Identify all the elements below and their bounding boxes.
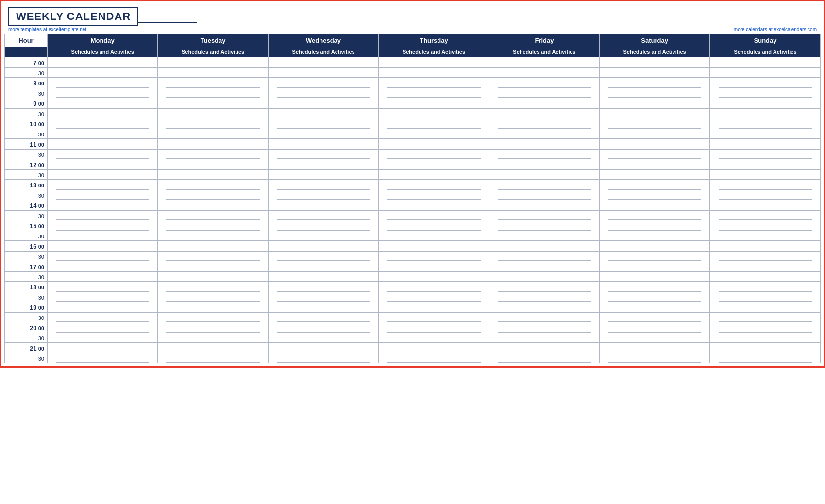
activity-cell-9-00-day-4[interactable] [489,98,599,109]
activity-cell-15-00-day-0[interactable] [48,220,158,231]
activity-cell-8-30-day-6[interactable] [710,88,820,98]
activity-cell-20-30-day-4[interactable] [489,333,599,343]
activity-cell-20-30-day-1[interactable] [158,333,268,343]
activity-cell-14-30-day-6[interactable] [710,211,820,220]
activity-cell-21-30-day-6[interactable] [710,353,820,363]
activity-cell-13-30-day-0[interactable] [48,190,158,200]
activity-cell-7-30-day-4[interactable] [489,68,599,78]
activity-cell-17-00-day-5[interactable] [600,261,710,272]
activity-cell-18-30-day-4[interactable] [489,292,599,302]
activity-cell-18-00-day-6[interactable] [710,282,820,292]
activity-cell-14-30-day-2[interactable] [268,211,378,220]
activity-cell-8-30-day-0[interactable] [48,88,158,98]
activity-cell-18-30-day-2[interactable] [268,292,378,302]
activity-cell-15-30-day-1[interactable] [158,231,268,241]
activity-cell-15-30-day-0[interactable] [48,231,158,241]
activity-cell-16-00-day-4[interactable] [489,241,599,252]
activity-cell-13-30-day-3[interactable] [379,190,489,200]
activity-cell-8-00-day-5[interactable] [600,78,710,88]
activity-cell-13-00-day-5[interactable] [600,180,710,190]
activity-cell-7-30-day-2[interactable] [268,68,378,78]
activity-cell-21-00-day-1[interactable] [158,343,268,353]
activity-cell-10-30-day-3[interactable] [379,129,489,139]
activity-cell-9-30-day-1[interactable] [158,109,268,118]
activity-cell-9-00-day-6[interactable] [710,98,820,109]
activity-cell-19-30-day-5[interactable] [600,313,710,322]
activity-cell-16-00-day-0[interactable] [48,241,158,252]
activity-cell-21-30-day-4[interactable] [489,353,599,363]
activity-cell-17-00-day-4[interactable] [489,261,599,272]
activity-cell-14-30-day-0[interactable] [48,211,158,220]
activity-cell-13-00-day-1[interactable] [158,180,268,190]
activity-cell-10-00-day-6[interactable] [710,118,820,129]
activity-cell-12-30-day-2[interactable] [268,170,378,180]
activity-cell-13-30-day-5[interactable] [600,190,710,200]
activity-cell-8-00-day-6[interactable] [710,78,820,88]
activity-cell-19-30-day-3[interactable] [379,313,489,322]
activity-cell-15-00-day-5[interactable] [600,220,710,231]
activity-cell-17-30-day-5[interactable] [600,272,710,282]
activity-cell-13-00-day-0[interactable] [48,180,158,190]
activity-cell-20-00-day-1[interactable] [158,322,268,333]
activity-cell-21-00-day-3[interactable] [379,343,489,353]
activity-cell-9-30-day-2[interactable] [268,109,378,118]
activity-cell-20-00-day-6[interactable] [710,322,820,333]
activity-cell-18-30-day-5[interactable] [600,292,710,302]
activity-cell-18-00-day-5[interactable] [600,282,710,292]
activity-cell-18-00-day-3[interactable] [379,282,489,292]
activity-cell-9-00-day-2[interactable] [268,98,378,109]
activity-cell-13-00-day-6[interactable] [710,180,820,190]
activity-cell-12-30-day-5[interactable] [600,170,710,180]
activity-cell-14-00-day-1[interactable] [158,200,268,211]
activity-cell-19-00-day-0[interactable] [48,302,158,313]
activity-cell-16-00-day-5[interactable] [600,241,710,252]
calendar-link[interactable]: more calendars at excelcalendars.com [734,27,817,32]
activity-cell-14-00-day-3[interactable] [379,200,489,211]
activity-cell-20-00-day-4[interactable] [489,322,599,333]
activity-cell-21-30-day-1[interactable] [158,353,268,363]
activity-cell-10-00-day-1[interactable] [158,118,268,129]
activity-cell-15-30-day-4[interactable] [489,231,599,241]
activity-cell-20-00-day-5[interactable] [600,322,710,333]
activity-cell-17-30-day-4[interactable] [489,272,599,282]
activity-cell-7-00-day-2[interactable] [268,57,378,68]
activity-cell-12-30-day-0[interactable] [48,170,158,180]
activity-cell-8-00-day-2[interactable] [268,78,378,88]
activity-cell-7-00-day-0[interactable] [48,57,158,68]
activity-cell-11-30-day-6[interactable] [710,150,820,159]
activity-cell-11-00-day-1[interactable] [158,139,268,150]
activity-cell-11-30-day-1[interactable] [158,150,268,159]
activity-cell-12-00-day-3[interactable] [379,159,489,170]
activity-cell-8-30-day-3[interactable] [379,88,489,98]
activity-cell-21-00-day-5[interactable] [600,343,710,353]
activity-cell-16-30-day-6[interactable] [710,252,820,261]
activity-cell-15-00-day-2[interactable] [268,220,378,231]
activity-cell-20-30-day-3[interactable] [379,333,489,343]
activity-cell-19-00-day-6[interactable] [710,302,820,313]
activity-cell-14-00-day-4[interactable] [489,200,599,211]
activity-cell-14-00-day-6[interactable] [710,200,820,211]
activity-cell-11-00-day-5[interactable] [600,139,710,150]
activity-cell-16-30-day-0[interactable] [48,252,158,261]
activity-cell-18-30-day-1[interactable] [158,292,268,302]
activity-cell-14-00-day-0[interactable] [48,200,158,211]
activity-cell-8-30-day-5[interactable] [600,88,710,98]
activity-cell-16-30-day-1[interactable] [158,252,268,261]
activity-cell-21-00-day-4[interactable] [489,343,599,353]
activity-cell-13-00-day-3[interactable] [379,180,489,190]
activity-cell-10-00-day-5[interactable] [600,118,710,129]
activity-cell-7-30-day-5[interactable] [600,68,710,78]
activity-cell-8-30-day-1[interactable] [158,88,268,98]
activity-cell-14-30-day-3[interactable] [379,211,489,220]
activity-cell-21-30-day-5[interactable] [600,353,710,363]
activity-cell-10-00-day-2[interactable] [268,118,378,129]
activity-cell-11-00-day-3[interactable] [379,139,489,150]
activity-cell-21-00-day-0[interactable] [48,343,158,353]
activity-cell-18-00-day-2[interactable] [268,282,378,292]
activity-cell-18-30-day-3[interactable] [379,292,489,302]
activity-cell-20-00-day-3[interactable] [379,322,489,333]
activity-cell-14-30-day-4[interactable] [489,211,599,220]
activity-cell-15-30-day-5[interactable] [600,231,710,241]
activity-cell-16-30-day-3[interactable] [379,252,489,261]
activity-cell-11-00-day-2[interactable] [268,139,378,150]
